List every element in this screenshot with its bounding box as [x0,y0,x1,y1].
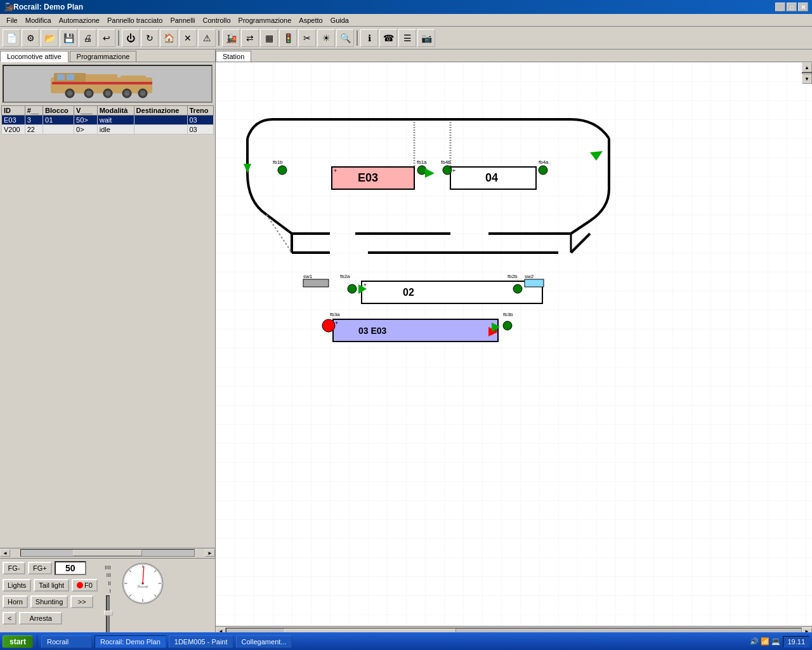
controls-area: FG- FG+ 50 Lights Tail light F0 Horn [0,558,215,636]
table-cell: 50> [74,116,98,125]
toolbar-light[interactable]: ☀ [317,29,335,47]
toolbar-power[interactable]: ⏻ [122,29,140,47]
controls-buttons: FG- FG+ 50 Lights Tail light F0 Horn [3,561,98,627]
toolbar-info[interactable]: ℹ [360,29,378,47]
left-hscroll-left[interactable]: ◄ [0,549,10,557]
fg-minus-button[interactable]: FG- [3,562,25,574]
shunting-button[interactable]: Shunting [30,595,68,608]
vscroll-thumb[interactable] [802,73,811,74]
loco-table-row[interactable]: E0330150>wait03 [2,116,214,125]
taskbar-icons: 🔊 📶 💻 [750,637,780,646]
table-cell: 03 [187,125,214,135]
toolbar-connect[interactable]: ☎ [379,29,397,47]
toolbar-undo[interactable]: ↩ [98,29,115,47]
more-button[interactable]: >> [70,595,93,608]
taskbar-item-rocrail[interactable]: Rocrail [41,635,92,648]
f0-button[interactable]: F0 [72,579,98,592]
nav-left-button[interactable]: < [3,612,16,625]
table-cell: E03 [2,116,25,125]
left-spacer [0,135,215,548]
close-button[interactable]: ✕ [798,3,808,11]
svg-text:fb1b: fb1b [273,159,283,165]
track-area: E03 + 04 + 02 + 03 E03 + fb1b [216,62,812,626]
vscroll-up[interactable]: ▲ [802,62,812,72]
toolbar-signal[interactable]: 🚦 [279,29,297,47]
table-cell: V200 [2,125,25,135]
svg-rect-4 [57,74,65,80]
loco-table-row[interactable]: V200220>idle03 [2,125,214,135]
vscroll-track[interactable] [802,72,812,74]
menu-aspetto[interactable]: Aspetto [295,15,326,25]
table-cell: idle [97,125,134,135]
taskbar-item-demo[interactable]: Rocrail: Demo Plan [95,635,166,648]
toolbar-block[interactable]: ▦ [260,29,278,47]
col-v: V___ [74,106,98,116]
menu-guida[interactable]: Guida [327,15,353,25]
toolbar-stop[interactable]: ✕ [179,29,197,47]
minimize-button[interactable]: _ [775,3,785,11]
tab-station[interactable]: Station [216,51,251,62]
col-blocco: Blocco [43,106,74,116]
menu-modifica[interactable]: Modifica [22,15,55,25]
tail-light-button[interactable]: Tail light [34,579,69,592]
taskbar-rocrail-label: Rocrail [47,638,69,646]
arresta-button[interactable]: Arresta [19,612,62,625]
svg-text:02: 02 [403,287,414,298]
menu-pannelli[interactable]: Pannelli [166,15,199,25]
svg-text:sw2: sw2 [525,274,534,279]
toolbar-settings[interactable]: ⚙ [22,29,39,47]
svg-point-7 [67,91,72,96]
table-cell: 22 [25,125,43,135]
toolbar-scissors[interactable]: ✂ [298,29,316,47]
menu-file[interactable]: File [3,15,22,25]
taskbar-item-paint[interactable]: 1DEM005 - Paint [169,635,233,648]
left-hscroll-thumb[interactable] [73,550,142,556]
menu-automazione[interactable]: Automazione [55,15,103,25]
left-hscroll-right[interactable]: ► [205,549,215,557]
svg-text:+: + [335,320,338,326]
menu-pannello-tracciato[interactable]: Pannello tracciato [103,15,166,25]
speed-slider-knob[interactable] [104,611,113,616]
toolbar-print[interactable]: 🖨 [79,29,96,47]
speed-slider-track[interactable] [106,595,110,633]
toolbar-save[interactable]: 💾 [60,29,77,47]
tab-programmazione[interactable]: Programmazione [70,51,137,62]
toolbar-list[interactable]: ☰ [398,29,416,47]
toolbar-home[interactable]: 🏠 [160,29,178,47]
col-dest: Destinazione [134,106,187,116]
svg-text:+: + [363,282,367,288]
toolbar-new[interactable]: 📄 [3,29,20,47]
loco-table-container: ID #__ Blocco V___ Modalità Destinazione… [0,105,215,135]
start-button[interactable]: start [3,635,33,648]
tab-locomotive-attive[interactable]: Locomotive attive [0,51,69,62]
toolbar-search[interactable]: 🔍 [336,29,354,47]
svg-text:+: + [334,168,337,174]
taskbar-clock: 19.11 [783,636,809,647]
toolbar-warning[interactable]: ⚠ [198,29,216,47]
toolbar-loco[interactable]: 🚂 [222,29,240,47]
svg-point-73 [322,319,335,332]
horn-button[interactable]: Horn [3,595,28,608]
toolbar-refresh[interactable]: ↻ [141,29,159,47]
maximize-button[interactable]: □ [787,3,797,11]
left-hscroll-track[interactable] [20,549,195,557]
loco-image [3,65,213,103]
speed-slider[interactable]: IIII III II I [102,564,114,633]
svg-text:fb4a: fb4a [539,159,549,165]
toolbar-route[interactable]: ⇄ [241,29,259,47]
menu-programmazione[interactable]: Programmazione [235,15,296,25]
toolbar-camera[interactable]: 📷 [417,29,435,47]
menu-controllo[interactable]: Controllo [199,15,235,25]
lights-button[interactable]: Lights [3,579,31,592]
taskbar-item-collegamenti[interactable]: Collegament... [236,635,292,648]
vscroll-down[interactable]: ▼ [802,74,812,84]
col-mod: Modalità [97,106,134,116]
toolbar-open[interactable]: 📂 [41,29,58,47]
col-treno: Treno [187,106,214,116]
horn-row: Horn Shunting >> [3,595,98,608]
svg-point-61 [278,166,287,175]
svg-rect-31 [216,62,812,626]
svg-text:fb3b: fb3b [503,312,513,317]
svg-point-69 [348,284,357,293]
fg-plus-button[interactable]: FG+ [28,562,52,574]
